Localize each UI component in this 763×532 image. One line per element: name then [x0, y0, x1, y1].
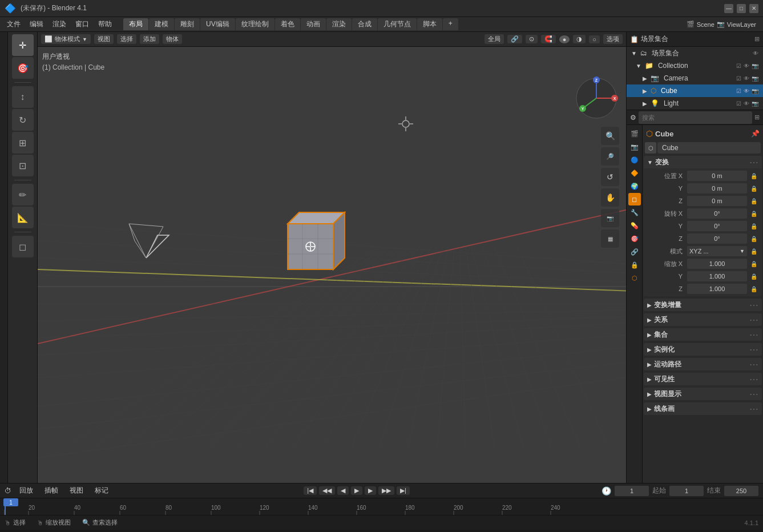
rotation-z-field[interactable]: 0° [687, 233, 747, 244]
camera-checkbox[interactable]: ☑ [736, 75, 741, 82]
outliner-cube[interactable]: ▶ ⬡ Cube ☑ 👁 📷 [627, 84, 763, 97]
motion-paths-header[interactable]: ▶ 运动路径 ⋯ [644, 358, 762, 370]
ws-tab-geometry[interactable]: 几何节点 [378, 18, 417, 30]
viewport-shading-rendered[interactable]: ○ [589, 35, 600, 43]
nav-pan[interactable]: ✋ [601, 188, 619, 207]
instancing-header[interactable]: ▶ 实例化 ⋯ [644, 343, 762, 356]
viewport-snap-btn[interactable]: 🧲 [541, 35, 556, 43]
menu-window[interactable]: 窗口 [71, 18, 94, 30]
nav-orbit[interactable]: ↺ [601, 168, 619, 186]
collection-camera[interactable]: 📷 [752, 63, 758, 69]
play-btn[interactable]: ▶ [351, 486, 362, 495]
frame-scrubber[interactable]: 1 [3, 498, 18, 506]
nav-zoom-out[interactable]: 🔎 [601, 147, 619, 166]
location-y-field[interactable]: 0 m [687, 183, 747, 194]
prop-tab-world[interactable]: 🌍 [628, 180, 641, 192]
menu-file[interactable]: 文件 [2, 18, 25, 30]
ws-tab-modeling[interactable]: 建模 [149, 18, 174, 30]
location-z-field[interactable]: 0 m [687, 196, 747, 206]
rotation-x-field[interactable]: 0° [687, 208, 747, 219]
outliner-light[interactable]: ▶ 💡 Light ☑ 👁 📷 [627, 97, 763, 110]
cube-render[interactable]: 📷 [752, 88, 758, 94]
prop-tab-output[interactable]: 📷 [628, 140, 641, 153]
viewport-display-header[interactable]: ▶ 视图显示 ⋯ [644, 388, 762, 400]
timeline-playback[interactable]: 回放 [16, 485, 37, 497]
timeline-ruler[interactable]: 20 40 60 80 100 120 140 160 180 200 [0, 498, 763, 515]
prev-keyframe-btn[interactable]: ◀◀ [319, 486, 335, 495]
timeline-marker[interactable]: 标记 [91, 485, 112, 497]
menu-render[interactable]: 渲染 [48, 18, 71, 30]
nav-ortho[interactable]: ▦ [601, 229, 619, 248]
transform-section-header[interactable]: ▼ 变换 ⋯ [644, 156, 762, 168]
tool-add-cube[interactable]: ◻ [12, 236, 34, 257]
end-frame-field[interactable]: 250 [724, 486, 758, 496]
camera-eye[interactable]: 👁 [744, 75, 749, 82]
mode-lock[interactable]: 🔒 [750, 248, 757, 255]
prop-tab-particles[interactable]: 💊 [628, 219, 641, 232]
viewport-object-menu[interactable]: 物体 [163, 34, 182, 44]
tool-rotate[interactable]: ↻ [12, 109, 34, 131]
collection-checkbox[interactable]: ☑ [736, 63, 741, 69]
viewport-global-btn[interactable]: 全局 [485, 34, 504, 44]
step-back-btn[interactable]: ◀ [337, 486, 349, 495]
obj-data-field[interactable]: Cube [657, 142, 761, 154]
cube-eye[interactable]: 👁 [744, 88, 749, 94]
relations-header[interactable]: ▶ 关系 ⋯ [644, 313, 762, 326]
ws-tab-sculpting[interactable]: 雕刻 [175, 18, 200, 30]
ws-tab-rendering[interactable]: 渲染 [326, 18, 352, 30]
viewport-mode-dropdown[interactable]: ⬜ 物体模式 ▼ [41, 34, 91, 44]
prop-tab-view-layer[interactable]: 🔵 [628, 154, 641, 166]
menu-edit[interactable]: 编辑 [25, 18, 48, 30]
collection-eye[interactable]: 👁 [744, 63, 749, 69]
rotation-y-field[interactable]: 0° [687, 221, 747, 231]
outliner-filter[interactable]: ⊞ [754, 35, 760, 43]
jump-start-btn[interactable]: |◀ [304, 486, 317, 495]
prop-tab-constraints[interactable]: 🔗 [628, 245, 641, 258]
scale-z-lock[interactable]: 🔒 [750, 286, 757, 292]
next-keyframe-btn[interactable]: ▶▶ [378, 486, 394, 495]
delta-header[interactable]: ▶ 变换增量 ⋯ [644, 299, 762, 311]
scale-x-lock[interactable]: 🔒 [750, 261, 757, 267]
nav-camera[interactable]: 📷 [601, 209, 619, 227]
loc-x-lock[interactable]: 🔒 [750, 173, 757, 179]
viewport-3d[interactable]: ⬜ 物体模式 ▼ 视图 选择 添加 物体 全局 🔗 ⊙ 🧲 ● ◑ ○ 选项 [38, 32, 626, 483]
loc-y-lock[interactable]: 🔒 [750, 186, 757, 192]
ws-tab-shading[interactable]: 着色 [275, 18, 300, 30]
viewport-overlay-btn[interactable]: 选项 [603, 34, 623, 44]
viewport-shading-solid[interactable]: ● [559, 35, 570, 43]
outliner-scene-collection[interactable]: ▼ 🗂 场景集合 👁 [627, 47, 763, 59]
prop-tab-object[interactable]: ◻ [628, 193, 641, 205]
jump-end-btn[interactable]: ▶| [397, 486, 410, 495]
light-eye[interactable]: 👁 [744, 100, 749, 107]
outliner-collection[interactable]: ▼ 📁 Collection ☑ 👁 📷 [627, 59, 763, 72]
camera-render-icon[interactable]: 📷 [752, 75, 758, 82]
tool-move[interactable]: ↕ [12, 86, 34, 108]
collections-header[interactable]: ▶ 集合 ⋯ [644, 328, 762, 341]
viewport-view-menu[interactable]: 视图 [94, 34, 114, 44]
prop-tab-modifier[interactable]: 🔧 [628, 206, 641, 219]
tool-measure[interactable]: 📐 [12, 207, 34, 228]
ws-tab-layout[interactable]: 布局 [123, 18, 148, 30]
prop-tab-scene[interactable]: 🔶 [628, 167, 641, 179]
status-select[interactable]: 🖱 选择 [5, 518, 26, 527]
maximize-button[interactable]: □ [737, 4, 746, 13]
start-frame-field[interactable]: 1 [669, 486, 704, 496]
prop-tab-physics[interactable]: 🎯 [628, 232, 641, 245]
ws-tab-compositing[interactable]: 合成 [352, 18, 377, 30]
outliner-visibility-icon[interactable]: 👁 [753, 50, 758, 57]
timeline-view[interactable]: 视图 [66, 485, 87, 497]
cube-checkbox[interactable]: ☑ [736, 88, 741, 94]
ws-tab-uv[interactable]: UV编辑 [200, 18, 235, 30]
pin-icon[interactable]: 📌 [751, 130, 760, 138]
tool-annotate[interactable]: ✏ [12, 184, 34, 205]
ws-tab-add[interactable]: + [443, 18, 458, 30]
ws-tab-scripting[interactable]: 脚本 [417, 18, 442, 30]
properties-search[interactable] [639, 111, 752, 124]
prop-tab-data[interactable]: 🔒 [628, 259, 641, 271]
tool-select[interactable]: ✛ [12, 34, 34, 56]
rotation-mode-field[interactable]: XYZ ...▼ [687, 246, 747, 256]
viewport-select-menu[interactable]: 选择 [117, 34, 136, 44]
loc-z-lock[interactable]: 🔒 [750, 198, 757, 204]
scale-x-field[interactable]: 1.000 [687, 259, 747, 269]
rot-z-lock[interactable]: 🔒 [750, 236, 757, 242]
